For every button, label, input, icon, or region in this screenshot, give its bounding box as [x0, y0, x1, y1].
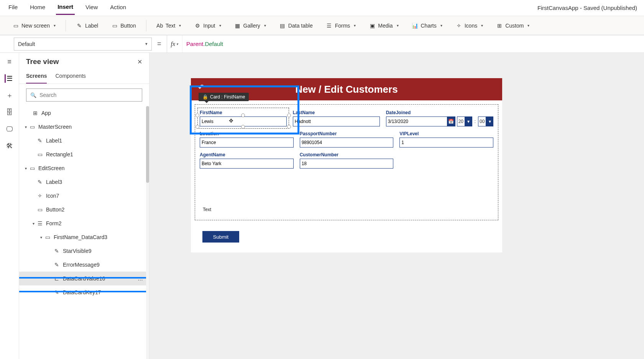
formula-object: Parent [186, 41, 203, 47]
custnum-input[interactable] [300, 159, 394, 169]
card-firstname[interactable]: FirstName ✥ [200, 110, 287, 126]
ribbon-input[interactable]: ⚙ Input [191, 20, 224, 31]
tree-datacardvalue16[interactable]: ⊏ DataCardValue16 … [19, 272, 149, 285]
hour-value: 20 [457, 116, 465, 126]
ribbon-label[interactable]: ✎ Label [73, 20, 101, 31]
handle[interactable] [287, 125, 291, 129]
card-location[interactable]: Location [200, 131, 294, 148]
ribbon-media[interactable]: ▣ Media [366, 20, 401, 31]
menu-home[interactable]: Home [28, 2, 47, 14]
icon-icon: ✧ [36, 193, 44, 199]
label-icon: ✎ [53, 248, 61, 254]
chevron-down-icon: ▾ [486, 116, 493, 126]
fx-dropdown[interactable]: fx [167, 41, 182, 48]
screen-icon: ▭ [28, 165, 36, 171]
ribbon-icons[interactable]: ✧ Icons [452, 20, 486, 31]
search-icon: 🔍 [30, 92, 36, 98]
handle[interactable] [287, 113, 291, 117]
doc-title: FirstCanvasApp - Saved (Unpublished) [537, 5, 637, 11]
rail-hamburger[interactable]: ≡ [5, 57, 14, 66]
ribbon-new-screen[interactable]: ▭ New screen [9, 20, 59, 31]
formula-input[interactable]: Parent.Default [182, 35, 227, 52]
tree-scrollbar-thumb[interactable] [146, 106, 149, 183]
menu-action[interactable]: Action [108, 2, 128, 14]
tree: ⊞ App ▾▭ MasterScreen ✎ Label1 ▭ Rectang… [19, 106, 149, 359]
tree-label: App [41, 110, 51, 116]
tree-label1[interactable]: ✎ Label1 [19, 134, 149, 148]
tree-datacardkey17[interactable]: ✎ DataCardKey17 [19, 285, 149, 299]
rail-insert[interactable]: ＋ [5, 91, 14, 100]
header-title: New / Edit Customers [295, 84, 398, 95]
label-icon: ✎ [36, 179, 44, 185]
tree-label: EditScreen [38, 165, 64, 171]
forms-icon: ☰ [326, 22, 333, 29]
card-lastname[interactable]: LastName [293, 110, 380, 126]
rail-tree-view[interactable]: ☰ [5, 74, 13, 83]
hour-dropdown[interactable]: 20▾ [457, 116, 472, 126]
calendar-icon[interactable]: 📅 [447, 116, 455, 126]
tab-screens[interactable]: Screens [26, 70, 47, 84]
tree-errormessage9[interactable]: ✎ ErrorMessage9 [19, 258, 149, 272]
tree-icon7[interactable]: ✧ Icon7 [19, 189, 149, 203]
ribbon-custom[interactable]: ⊞ Custom [493, 20, 532, 31]
rail-advanced[interactable]: 🛠 [5, 142, 14, 150]
tree-label: Button2 [46, 207, 64, 213]
firstname-input[interactable] [200, 116, 287, 126]
tree-rectangle1[interactable]: ▭ Rectangle1 [19, 148, 149, 161]
tree-form2[interactable]: ▾☰ Form2 [19, 216, 149, 230]
ribbon-gallery[interactable]: ▦ Gallery [231, 20, 269, 31]
text-icon: Ab [156, 22, 163, 29]
tree-starvisible9[interactable]: ✎ StarVisible9 [19, 244, 149, 258]
ribbon-button[interactable]: ▭ Button [108, 20, 139, 31]
tree-search[interactable]: 🔍 [26, 89, 142, 102]
canvas[interactable]: ↶ New / Edit Customers FirstName [150, 53, 644, 359]
tree-editscreen[interactable]: ▾▭ EditScreen [19, 161, 149, 175]
menu-bar: File Home Insert View Action FirstCanvas… [0, 0, 644, 16]
tree-firstname-datacard[interactable]: ▾▭ FirstName_DataCard3 [19, 230, 149, 244]
datejoined-input[interactable] [386, 116, 447, 126]
tree-masterscreen[interactable]: ▾▭ MasterScreen [19, 120, 149, 134]
vip-input[interactable] [399, 138, 493, 148]
card-datejoined[interactable]: DateJoined 📅 20▾ : 00▾ [386, 110, 493, 126]
ribbon-charts[interactable]: 📊 Charts [409, 20, 445, 31]
equals-sign: = [157, 40, 161, 48]
menu-insert[interactable]: Insert [56, 1, 75, 15]
card-agent[interactable]: AgentName [200, 152, 294, 169]
time-colon: : [474, 119, 476, 124]
submit-button[interactable]: Submit [202, 231, 239, 243]
location-input[interactable] [200, 138, 294, 148]
tree-label: ErrorMessage9 [63, 262, 100, 268]
search-input[interactable] [39, 92, 138, 98]
tree-button2[interactable]: ▭ Button2 [19, 203, 149, 216]
close-icon[interactable]: ✕ [137, 58, 142, 66]
ribbon-forms[interactable]: ☰ Forms [323, 20, 359, 31]
ribbon-text[interactable]: Ab Text [153, 20, 184, 31]
lock-icon: 🔒 [202, 94, 208, 100]
back-arrow-icon[interactable]: ↶ [198, 83, 205, 93]
label-icon: ✎ [53, 289, 61, 295]
handle[interactable] [196, 125, 199, 129]
card-vip[interactable]: VIPLevel [399, 131, 493, 148]
rail-media[interactable]: 🖵 [5, 125, 14, 133]
card-passport[interactable]: PassportNumber [300, 131, 394, 148]
minute-dropdown[interactable]: 00▾ [478, 116, 493, 126]
tab-components[interactable]: Components [55, 70, 85, 84]
more-icon[interactable]: … [138, 275, 143, 282]
menu-view[interactable]: View [84, 2, 99, 14]
label-icon: ✎ [36, 138, 44, 144]
tree-app[interactable]: ⊞ App [19, 106, 149, 120]
card-custnum[interactable]: CustomerNumber [300, 152, 394, 169]
agent-input[interactable] [200, 159, 294, 169]
tree-label3[interactable]: ✎ Label3 [19, 175, 149, 189]
rail-data[interactable]: 🗄 [5, 108, 14, 116]
custom-icon: ⊞ [496, 22, 503, 29]
menu-file[interactable]: File [7, 2, 19, 14]
vip-label: VIPLevel [399, 131, 493, 136]
property-selector[interactable]: Default [14, 38, 152, 51]
lastname-input[interactable] [293, 116, 380, 126]
handle[interactable] [196, 113, 199, 117]
tree-scrollbar[interactable] [146, 106, 149, 359]
ribbon-data-table[interactable]: ▤ Data table [276, 20, 316, 31]
passport-input[interactable] [300, 138, 394, 148]
input-icon: ⚙ [194, 22, 201, 29]
